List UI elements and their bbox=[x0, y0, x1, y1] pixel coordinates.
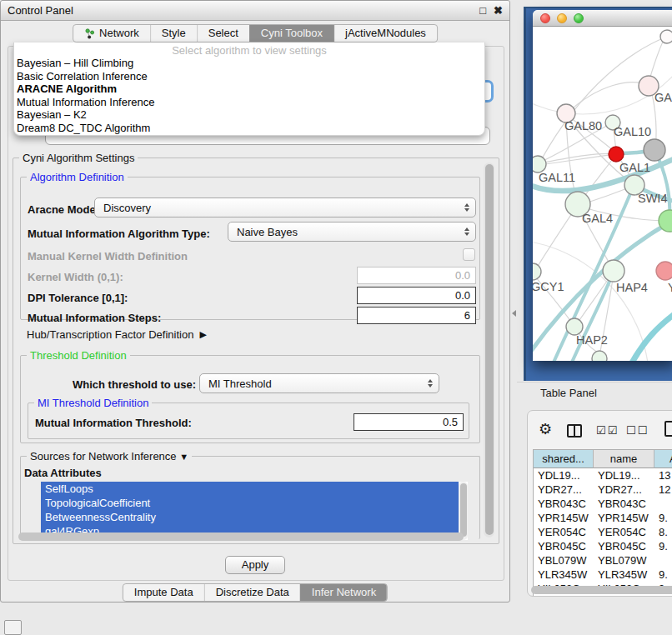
svg-text:SWI4: SWI4 bbox=[638, 192, 667, 205]
node-hap4[interactable] bbox=[603, 260, 624, 282]
mi-steps-field[interactable]: 6 bbox=[357, 307, 476, 324]
close-traffic-light[interactable] bbox=[540, 13, 550, 23]
table-row[interactable]: YBL079WYBL079W bbox=[534, 553, 672, 568]
table-header-row: shared... name A bbox=[534, 450, 672, 468]
svg-text:GAL80: GAL80 bbox=[564, 119, 602, 132]
tab-select[interactable]: Select bbox=[197, 25, 249, 42]
table-row[interactable]: YBR043CYBR043C bbox=[534, 497, 672, 511]
gear-icon[interactable]: ⚙ bbox=[539, 422, 552, 437]
algorithm-dropdown-popup: Select algorithm to view settings Bayesi… bbox=[13, 42, 485, 136]
svg-text:GAL4: GAL4 bbox=[582, 212, 613, 225]
which-threshold-label: Which threshold to use: bbox=[73, 378, 196, 391]
close-window-icon[interactable]: ✖ bbox=[494, 3, 503, 18]
svg-text:GCY1: GCY1 bbox=[533, 280, 564, 293]
network-window-titlebar bbox=[533, 10, 672, 27]
table-row[interactable]: YDR27...YDR27...12 bbox=[534, 482, 672, 497]
network-canvas[interactable]: GAL80 GAL10 GAL11 GAL1 SWI4 GAL4 GCY1 HA… bbox=[533, 27, 672, 361]
aracne-mode-label: Aracne Mode: bbox=[28, 203, 99, 216]
window-title: Control Panel bbox=[8, 4, 73, 17]
combo-arrows-icon bbox=[464, 228, 469, 236]
table-panel-title: Table Panel bbox=[540, 387, 597, 399]
list-vertical-scrollbar[interactable] bbox=[459, 482, 468, 540]
dropdown-item[interactable]: Bayesian – K2 bbox=[14, 108, 484, 122]
node[interactable] bbox=[592, 351, 607, 361]
cyni-algorithm-settings-group: Cyni Algorithm Settings Algorithm Defini… bbox=[13, 158, 499, 544]
tab-network[interactable]: Network bbox=[73, 25, 150, 42]
column-header-name[interactable]: name bbox=[594, 450, 654, 468]
panel-divider-handle[interactable] bbox=[512, 310, 516, 317]
dropdown-item[interactable]: Mutual Information Inference bbox=[14, 96, 484, 109]
minimize-traffic-light[interactable] bbox=[557, 13, 567, 23]
dropdown-prompt: Select algorithm to view settings bbox=[14, 44, 484, 57]
node[interactable] bbox=[660, 30, 672, 43]
table-row[interactable]: YPR145WYPR145W9. bbox=[534, 511, 672, 525]
hub-definition-label: Hub/Transcription Factor Definition bbox=[27, 328, 193, 341]
list-item[interactable]: TopologicalCoefficient bbox=[41, 496, 459, 510]
bottom-tabstrip: Impute Data Discretize Data Infer Networ… bbox=[123, 583, 388, 602]
apply-button[interactable]: Apply bbox=[225, 556, 285, 574]
kernel-width-field[interactable]: 0.0 bbox=[357, 267, 476, 284]
table-row[interactable]: YLR345WYLR345W9. bbox=[534, 568, 672, 582]
which-threshold-select[interactable]: MI Threshold bbox=[199, 373, 439, 393]
svg-text:HAP4: HAP4 bbox=[616, 281, 648, 294]
aracne-mode-select[interactable]: Discovery bbox=[94, 198, 476, 218]
expand-arrow-icon[interactable]: ▶ bbox=[199, 329, 206, 340]
export-table-icon[interactable] bbox=[664, 421, 672, 437]
select-all-columns-icon[interactable]: ☑☑ bbox=[596, 424, 619, 437]
window-buttons: □ ✖ bbox=[479, 3, 503, 18]
table-row[interactable]: YDL19...YDL19...13 bbox=[534, 468, 672, 482]
data-attributes-label: Data Attributes bbox=[24, 467, 102, 479]
table-horizontal-scrollbar[interactable] bbox=[530, 586, 672, 594]
manual-kernel-width-checkbox[interactable] bbox=[463, 248, 475, 261]
combo-arrows-icon bbox=[464, 203, 469, 212]
tab-impute-data[interactable]: Impute Data bbox=[123, 584, 204, 601]
table-row[interactable]: YBR045CYBR045C9. bbox=[534, 539, 672, 553]
node-salmon[interactable] bbox=[656, 262, 672, 280]
algorithm-definition-title: Algorithm Definition bbox=[27, 171, 128, 183]
node-gcy1[interactable] bbox=[533, 263, 541, 280]
table-panel-separator bbox=[517, 382, 672, 382]
control-panel-window: Control Panel □ ✖ Network Style Select C… bbox=[0, 0, 510, 602]
dropdown-item-selected[interactable]: ARACNE Algorithm bbox=[14, 82, 484, 96]
table-row[interactable]: YER054CYER054C8. bbox=[534, 525, 672, 539]
dropdown-item[interactable]: Bayesian – Hill Climbing bbox=[14, 57, 484, 70]
split-columns-icon[interactable] bbox=[567, 424, 582, 438]
tab-cyni-toolbox[interactable]: Cyni Toolbox bbox=[249, 25, 333, 42]
svg-text:GAL10: GAL10 bbox=[614, 125, 651, 138]
node-gal11[interactable] bbox=[533, 156, 546, 172]
mi-threshold-field[interactable]: 0.5 bbox=[354, 413, 464, 431]
list-item[interactable]: SelfLoops bbox=[41, 482, 459, 496]
zoom-traffic-light[interactable] bbox=[574, 13, 584, 23]
network-graph: GAL80 GAL10 GAL11 GAL1 SWI4 GAL4 GCY1 HA… bbox=[533, 27, 672, 361]
list-item[interactable]: BetweennessCentrality bbox=[41, 510, 459, 524]
dpi-tolerance-field[interactable]: 0.0 bbox=[357, 287, 476, 304]
mi-type-select[interactable]: Naive Bayes bbox=[228, 222, 476, 242]
network-icon bbox=[84, 28, 95, 39]
network-node-labels: GAL80 GAL10 GAL11 GAL1 SWI4 GAL4 GCY1 HA… bbox=[533, 91, 672, 347]
node-hap2[interactable] bbox=[566, 318, 583, 335]
node-red-selected[interactable] bbox=[609, 147, 624, 162]
deselect-all-columns-icon[interactable]: ☐☐ bbox=[626, 424, 649, 437]
tab-style[interactable]: Style bbox=[150, 25, 197, 42]
threshold-definition-group: Threshold Definition Which threshold to … bbox=[20, 355, 480, 443]
svg-text:Y: Y bbox=[668, 281, 672, 294]
collapse-triangle-icon[interactable]: ▼ bbox=[179, 452, 188, 462]
hub-definition-expander[interactable]: Hub/Transcription Factor Definition ▶ bbox=[27, 328, 207, 341]
float-window-icon[interactable]: □ bbox=[479, 3, 486, 18]
tab-infer-network[interactable]: Infer Network bbox=[300, 584, 387, 601]
node-gray[interactable] bbox=[644, 139, 665, 161]
settings-vertical-scrollbar[interactable] bbox=[484, 162, 494, 538]
control-panel-tabstrip: Network Style Select Cyni Toolbox jActiv… bbox=[73, 24, 438, 42]
column-header-shared-name[interactable]: shared... bbox=[534, 450, 594, 468]
tab-discretize-data[interactable]: Discretize Data bbox=[204, 584, 300, 601]
mi-type-label: Mutual Information Algorithm Type: bbox=[28, 228, 210, 240]
combo-arrows-icon bbox=[428, 379, 433, 388]
column-header-clipped[interactable]: A bbox=[654, 450, 672, 468]
tab-jactivemnodules[interactable]: jActiveMNodules bbox=[333, 25, 437, 42]
mi-threshold-label: Mutual Information Threshold: bbox=[35, 417, 192, 429]
manual-kernel-width-label: Manual Kernel Width Definition bbox=[28, 250, 188, 262]
dock-panel-icon[interactable] bbox=[4, 620, 22, 635]
dropdown-item[interactable]: Basic Correlation Inference bbox=[14, 70, 484, 83]
settings-horizontal-scrollbar[interactable] bbox=[18, 532, 482, 541]
dropdown-item[interactable]: Dream8 DC_TDC Algorithm bbox=[14, 122, 484, 135]
